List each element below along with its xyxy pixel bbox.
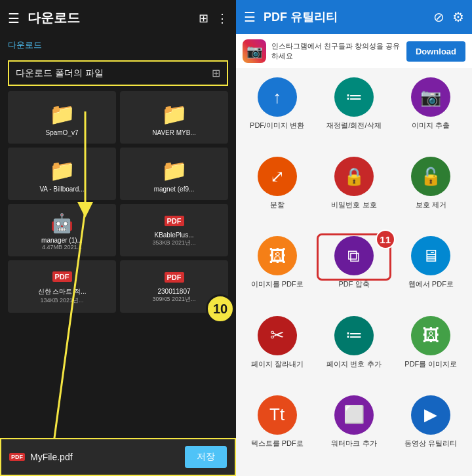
feature-item-2[interactable]: ≔재정렬/회전/삭제 xyxy=(319,77,388,149)
feature-circle-9: 🖥 xyxy=(411,236,450,275)
feature-item-11[interactable]: ≔페이지 번호 추가 xyxy=(319,316,388,387)
feature-circle-3: 📷 xyxy=(411,77,450,117)
feature-item-13[interactable]: Tt텍스트를 PDF로 xyxy=(243,395,311,467)
breadcrumb: 다운로드 xyxy=(0,36,236,56)
feature-circle-14: ⬜ xyxy=(334,395,374,435)
breadcrumb-label: 다운로드 xyxy=(8,40,42,50)
feature-circle-2: ≔ xyxy=(334,77,374,117)
feature-label-10: 페이지 잘라내기 xyxy=(251,359,304,369)
right-header-actions: ⊘ ⚙ xyxy=(433,9,464,25)
feature-circle-10: ✂ xyxy=(258,316,297,355)
file-item-5[interactable]: 🤖 manager (1)... 4.47MB 2021... xyxy=(8,204,116,256)
file-meta: 4.47MB 2021... xyxy=(42,244,82,250)
feature-label-2: 재정렬/회전/삭제 xyxy=(326,121,381,130)
file-meta: 353KB 2021년... xyxy=(152,239,195,247)
file-item-2[interactable]: 📁 NAVER MYB... xyxy=(120,91,228,144)
file-meta: 309KB 2021년... xyxy=(152,295,195,304)
feature-label-6: 보호 제거 xyxy=(416,200,446,210)
download-button[interactable]: Download xyxy=(406,41,465,62)
feature-label-14: 워터마크 추가 xyxy=(331,439,376,448)
file-name: 230011807 xyxy=(157,288,190,295)
left-header: ☰ 다운로드 ⊞ ⋮ xyxy=(0,0,236,36)
folder-icon: 📁 xyxy=(161,158,187,183)
feature-circle-5: 🔒 xyxy=(334,157,374,196)
feature-item-4[interactable]: ⤢분할 xyxy=(243,157,311,228)
right-title: PDF 유틸리티 xyxy=(264,9,425,25)
file-name: magnet (ef9... xyxy=(154,186,195,193)
pdf-badge: PDF xyxy=(165,216,184,226)
pdf-badge: PDF xyxy=(52,271,72,282)
apk-icon: 🤖 xyxy=(50,212,73,234)
file-name: KBablePlus... xyxy=(154,231,193,239)
ad-text: 인스타그램에서 친구들과 창의성을 공유하세요 xyxy=(271,41,401,61)
file-item-6[interactable]: PDF KBablePlus... 353KB 2021년... xyxy=(120,204,228,256)
feature-circle-11: ≔ xyxy=(334,316,374,355)
feature-label-5: 비밀번호 보호 xyxy=(331,200,376,210)
file-name: SpamO_v7 xyxy=(45,129,78,136)
feature-label-8: PDF 압축 xyxy=(338,279,369,289)
file-name: VA - Billboard... xyxy=(39,186,84,193)
file-name: manager (1)... xyxy=(41,237,83,244)
left-title: 다운로드 xyxy=(28,9,191,27)
feature-item-6[interactable]: 🔓보호 제거 xyxy=(397,157,465,228)
file-item-3[interactable]: 📁 VA - Billboard... xyxy=(8,148,116,200)
file-name: NAVER MYB... xyxy=(152,129,196,136)
file-item-1[interactable]: 📁 SpamO_v7 xyxy=(8,91,116,144)
file-item-7[interactable]: PDF 신한 스마트 적... 134KB 2021년... xyxy=(8,260,116,313)
pdf-small-badge: PDF xyxy=(9,453,25,461)
instagram-icon: 📷 xyxy=(243,39,266,63)
feature-item-14[interactable]: ⬜워터마크 추가 xyxy=(319,395,388,467)
feature-circle-7: 🖼 xyxy=(258,236,297,275)
feature-item-8[interactable]: 11⧉PDF 압축 xyxy=(319,236,388,307)
files-header: 다운로드 폴더의 파일 ⊞ xyxy=(8,60,228,86)
feature-item-5[interactable]: 🔒비밀번호 보호 xyxy=(319,157,388,228)
file-item-4[interactable]: 📁 magnet (ef9... xyxy=(120,148,228,200)
selected-file-name: MyFile.pdf xyxy=(30,452,180,462)
feature-circle-12: 🖼 xyxy=(411,316,450,355)
folder-icon: 📁 xyxy=(161,102,187,127)
feature-item-9[interactable]: 🖥웹에서 PDF로 xyxy=(397,236,465,307)
feature-label-7: 이미지를 PDF로 xyxy=(251,279,304,289)
gear-icon[interactable]: ⚙ xyxy=(452,9,464,25)
features-grid: ↑PDF/이미지 변환≔재정렬/회전/삭제📷이미지 추출⤢분할🔒비밀번호 보호🔓… xyxy=(236,68,472,476)
grid-view-icon[interactable]: ⊞ xyxy=(212,67,220,79)
step-badge-11: 11 xyxy=(376,229,395,249)
feature-item-3[interactable]: 📷이미지 추출 xyxy=(397,77,465,149)
feature-item-10[interactable]: ✂페이지 잘라내기 xyxy=(243,316,311,387)
feature-item-1[interactable]: ↑PDF/이미지 변환 xyxy=(243,77,311,149)
pdf-badge: PDF xyxy=(165,272,184,283)
hamburger-icon-right[interactable]: ☰ xyxy=(244,9,256,25)
feature-circle-8: ⧉ xyxy=(334,236,374,275)
feature-label-12: PDF를 이미지로 xyxy=(404,359,457,369)
feature-item-7[interactable]: 🖼이미지를 PDF로 xyxy=(243,236,311,307)
more-options-icon[interactable]: ⋮ xyxy=(216,11,228,26)
feature-label-1: PDF/이미지 변환 xyxy=(250,121,304,130)
feature-label-13: 텍스트를 PDF로 xyxy=(251,439,304,448)
feature-circle-15: ▶ xyxy=(411,395,450,435)
feature-label-4: 분할 xyxy=(270,200,285,210)
files-section: 다운로드 폴더의 파일 ⊞ 📁 SpamO_v7 📁 NAVER MYB... … xyxy=(0,56,236,317)
feature-circle-6: 🔓 xyxy=(411,157,450,196)
hamburger-icon[interactable]: ☰ xyxy=(8,10,20,26)
folder-icon: 📁 xyxy=(49,102,75,127)
right-header: ☰ PDF 유틸리티 ⊘ ⚙ xyxy=(236,0,472,34)
feature-circle-1: ↑ xyxy=(258,77,297,117)
ban-icon[interactable]: ⊘ xyxy=(433,9,444,25)
file-item-8[interactable]: PDF 230011807 309KB 2021년... 10 xyxy=(120,260,228,313)
folder-icon: 📁 xyxy=(49,158,75,183)
file-name: 신한 스마트 적... xyxy=(38,287,87,296)
step-badge-10: 10 xyxy=(206,294,235,323)
left-panel: ☰ 다운로드 ⊞ ⋮ 다운로드 다운로드 폴더의 파일 ⊞ 📁 SpamO_v7… xyxy=(0,0,236,476)
feature-label-11: 페이지 번호 추가 xyxy=(326,359,381,369)
feature-label-9: 웹에서 PDF로 xyxy=(408,279,454,289)
ad-banner: 📷 인스타그램에서 친구들과 창의성을 공유하세요 Download xyxy=(236,34,472,68)
feature-item-12[interactable]: 🖼PDF를 이미지로 xyxy=(397,316,465,387)
bottom-save-bar: PDF MyFile.pdf 저장 xyxy=(0,438,236,476)
right-panel: ☰ PDF 유틸리티 ⊘ ⚙ 📷 인스타그램에서 친구들과 창의성을 공유하세요… xyxy=(236,0,472,476)
files-grid: 📁 SpamO_v7 📁 NAVER MYB... 📁 VA - Billboa… xyxy=(8,91,228,313)
files-header-label: 다운로드 폴더의 파일 xyxy=(16,68,104,79)
file-meta: 134KB 2021년... xyxy=(40,296,83,305)
feature-item-15[interactable]: ▶동영상 유틸리티 xyxy=(397,395,465,467)
add-folder-icon[interactable]: ⊞ xyxy=(199,11,208,26)
save-button[interactable]: 저장 xyxy=(185,446,227,468)
